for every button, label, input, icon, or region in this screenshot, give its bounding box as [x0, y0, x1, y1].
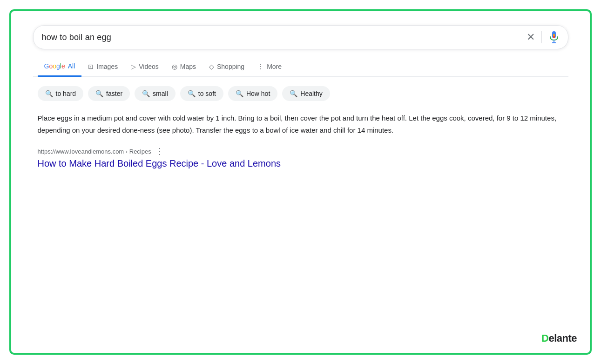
tab-videos-icon: ▷: [131, 63, 136, 70]
result-url: https://www.loveandlemons.com › Recipes: [38, 148, 151, 155]
search-divider: [541, 31, 542, 43]
chip-search-icon-4: 🔍: [236, 90, 243, 97]
chip-search-icon-1: 🔍: [95, 90, 103, 97]
chip-search-icon-0: 🔍: [45, 90, 53, 97]
brand-rest: elante: [548, 332, 577, 344]
chip-faster[interactable]: 🔍 faster: [88, 86, 130, 101]
tabs-row: Google All ⊡ Images ▷ Videos ◎ Maps ◇ Sh…: [33, 58, 568, 77]
tab-maps-icon: ◎: [172, 63, 177, 70]
chip-label-4: How hot: [246, 90, 270, 97]
chip-how-hot[interactable]: 🔍 How hot: [228, 86, 277, 101]
result-title-link[interactable]: How to Make Hard Boiled Eggs Recipe - Lo…: [38, 158, 281, 169]
tab-more-icon: ⋮: [257, 63, 264, 70]
chip-to-soft[interactable]: 🔍 to soft: [180, 86, 223, 101]
tab-all[interactable]: Google All: [38, 58, 82, 77]
chip-healthy[interactable]: 🔍 Healthy: [282, 86, 330, 101]
result-url-row: https://www.loveandlemons.com › Recipes …: [38, 146, 568, 156]
chip-label-1: faster: [106, 90, 122, 97]
snippet-area: Place eggs in a medium pot and cover wit…: [33, 112, 568, 169]
tab-images-label: Images: [96, 63, 118, 70]
tab-all-label: All: [68, 62, 75, 70]
chips-row: 🔍 to hard 🔍 faster 🔍 small 🔍 to soft 🔍 H…: [33, 86, 568, 101]
chip-search-icon-5: 🔍: [290, 90, 297, 97]
chip-label-5: Healthy: [300, 90, 322, 97]
chip-label-2: small: [153, 90, 168, 97]
tab-more[interactable]: ⋮ More: [251, 58, 288, 76]
chip-label-3: to soft: [198, 90, 216, 97]
chip-to-hard[interactable]: 🔍 to hard: [38, 86, 84, 101]
search-bar: how to boil an egg ✕: [33, 25, 568, 49]
tab-all-icon: Google: [44, 62, 65, 70]
mic-icon[interactable]: [548, 30, 560, 44]
tab-shopping-label: Shopping: [217, 63, 244, 70]
chip-search-icon-2: 🔍: [142, 90, 150, 97]
snippet-text: Place eggs in a medium pot and cover wit…: [38, 112, 568, 136]
svg-rect-2: [553, 34, 554, 36]
tab-maps[interactable]: ◎ Maps: [165, 58, 203, 76]
tab-videos-label: Videos: [139, 63, 159, 70]
tab-more-label: More: [267, 63, 282, 70]
tab-shopping-icon: ◇: [209, 63, 214, 70]
result-more-icon[interactable]: ⋮: [155, 146, 163, 156]
branding: Delante: [541, 332, 577, 344]
chip-label-0: to hard: [56, 90, 76, 97]
tab-videos[interactable]: ▷ Videos: [124, 58, 165, 76]
search-query[interactable]: how to boil an egg: [42, 33, 527, 42]
clear-icon[interactable]: ✕: [527, 32, 535, 42]
chip-search-icon-3: 🔍: [188, 90, 196, 97]
brand-d: D: [541, 332, 548, 344]
main-frame: how to boil an egg ✕ Google All ⊡ Images: [9, 9, 592, 355]
tab-shopping[interactable]: ◇ Shopping: [203, 58, 251, 76]
tab-maps-label: Maps: [180, 63, 196, 70]
tab-images[interactable]: ⊡ Images: [81, 58, 124, 76]
chip-small[interactable]: 🔍 small: [135, 86, 176, 101]
tab-images-icon: ⊡: [88, 63, 94, 70]
